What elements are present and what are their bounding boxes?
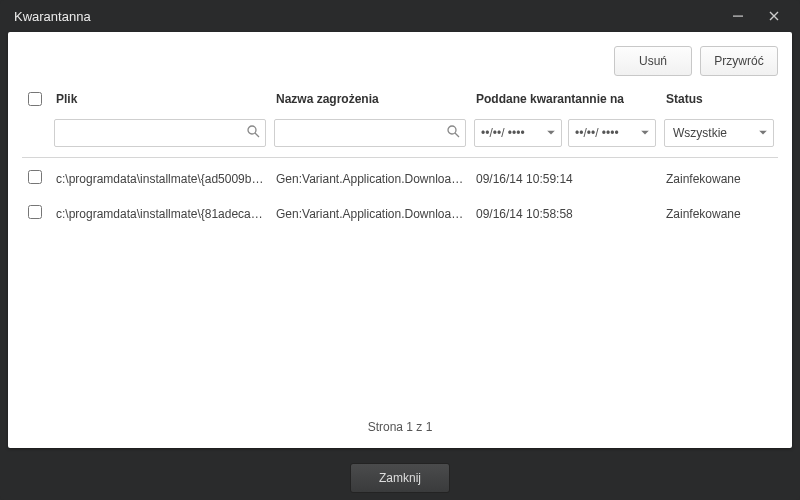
date-to-placeholder: ••/••/ ••••	[575, 126, 619, 140]
minimize-button[interactable]	[720, 0, 756, 32]
col-file[interactable]: Plik	[50, 86, 270, 115]
window-title: Kwarantanna	[14, 9, 720, 24]
col-quarantined[interactable]: Poddane kwarantannie na	[470, 86, 660, 115]
cell-file: c:\programdata\installmate\{ad5009b0-f..…	[50, 158, 270, 197]
cell-file: c:\programdata\installmate\{81adecaa-...	[50, 196, 270, 231]
table-row[interactable]: c:\programdata\installmate\{81adecaa-...…	[22, 196, 778, 231]
header-row: Plik Nazwa zagrożenia Poddane kwarantann…	[22, 86, 778, 115]
table-wrap: Plik Nazwa zagrożenia Poddane kwarantann…	[8, 86, 792, 410]
action-bar: Usuń Przywróć	[8, 32, 792, 86]
row-checkbox[interactable]	[28, 170, 42, 184]
pager: Strona 1 z 1	[8, 410, 792, 448]
file-filter-input[interactable]	[54, 119, 266, 147]
table-row[interactable]: c:\programdata\installmate\{ad5009b0-f..…	[22, 158, 778, 197]
cell-status: Zainfekowane	[660, 158, 778, 197]
bottom-bar: Zamknij	[8, 456, 792, 500]
minimize-icon	[732, 10, 744, 22]
col-status[interactable]: Status	[660, 86, 778, 115]
chevron-down-icon	[759, 131, 767, 136]
quarantine-table: Plik Nazwa zagrożenia Poddane kwarantann…	[22, 86, 778, 231]
date-from-select[interactable]: ••/••/ ••••	[474, 119, 562, 147]
date-from-placeholder: ••/••/ ••••	[481, 126, 525, 140]
row-checkbox[interactable]	[28, 205, 42, 219]
date-to-select[interactable]: ••/••/ ••••	[568, 119, 656, 147]
cell-threat: Gen:Variant.Application.Download...	[270, 158, 470, 197]
cell-quarantined: 09/16/14 10:59:14	[470, 158, 660, 197]
chevron-down-icon	[547, 131, 555, 136]
pager-text: Strona 1 z 1	[368, 420, 433, 434]
cell-quarantined: 09/16/14 10:58:58	[470, 196, 660, 231]
col-threat[interactable]: Nazwa zagrożenia	[270, 86, 470, 115]
delete-button[interactable]: Usuń	[614, 46, 692, 76]
threat-filter	[274, 119, 466, 147]
date-filter-pair: ••/••/ •••• ••/••/ ••••	[474, 119, 656, 147]
content-panel: Usuń Przywróć Plik Nazwa zagrożenia Podd…	[8, 32, 792, 448]
titlebar: Kwarantanna	[0, 0, 800, 32]
filter-row: ••/••/ •••• ••/••/ ••••	[22, 115, 778, 158]
status-filter-select[interactable]: Wszystkie	[664, 119, 774, 147]
svg-rect-0	[733, 16, 743, 17]
select-all-checkbox[interactable]	[28, 92, 42, 106]
threat-filter-input[interactable]	[274, 119, 466, 147]
close-icon	[768, 10, 780, 22]
cell-status: Zainfekowane	[660, 196, 778, 231]
close-window-button[interactable]	[756, 0, 792, 32]
close-button[interactable]: Zamknij	[350, 463, 450, 493]
cell-threat: Gen:Variant.Application.Download...	[270, 196, 470, 231]
quarantine-window: Kwarantanna Usuń Przywróć Plik Nazwa	[0, 0, 800, 500]
status-filter-value: Wszystkie	[673, 126, 727, 140]
file-filter	[54, 119, 266, 147]
restore-button[interactable]: Przywróć	[700, 46, 778, 76]
chevron-down-icon	[641, 131, 649, 136]
